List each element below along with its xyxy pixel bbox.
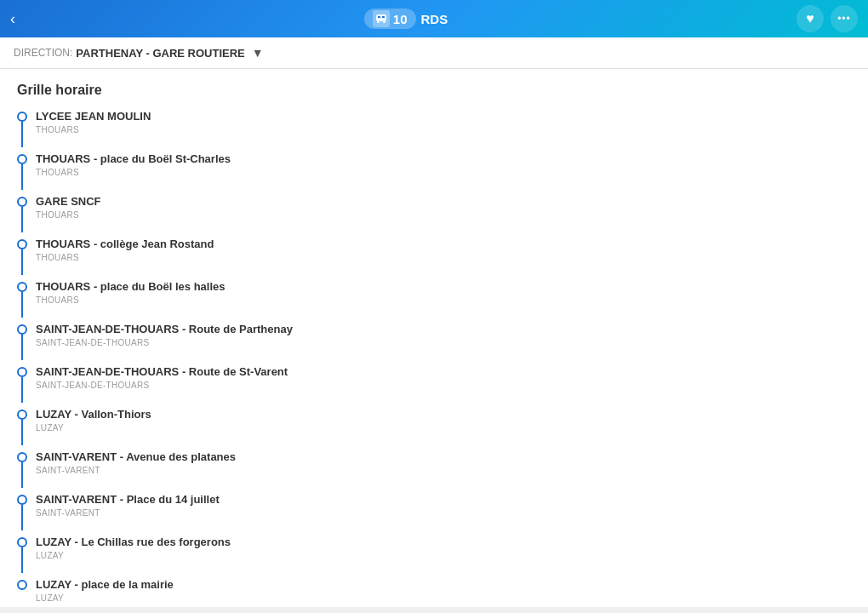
stop-indicator <box>17 580 27 590</box>
stop-city: SAINT-JEAN-DE-THOUARS <box>36 338 851 347</box>
stop-city: THOUARS <box>36 168 851 177</box>
svg-rect-1 <box>377 21 380 23</box>
stop-indicator <box>17 197 27 232</box>
stop-circle <box>17 154 27 164</box>
stop-connector-line <box>21 462 23 488</box>
app-header: ‹ 10 RDS ♥ ••• <box>0 0 868 37</box>
stop-item[interactable]: SAINT-JEAN-DE-THOUARS - Route de Parthen… <box>17 323 851 360</box>
stop-item[interactable]: LUZAY - Vallon-ThiorsLUZAY <box>17 408 851 445</box>
stop-info: LYCEE JEAN MOULINTHOUARS <box>36 110 851 143</box>
stop-indicator <box>17 154 27 190</box>
stop-info: SAINT-JEAN-DE-THOUARS - Route de Parthen… <box>36 323 851 356</box>
direction-dropdown-button[interactable]: ▼ <box>252 46 264 60</box>
stop-name: SAINT-VARENT - Place du 14 juillet <box>36 493 851 507</box>
stop-name: SAINT-JEAN-DE-THOUARS - Route de St-Vare… <box>36 365 851 380</box>
stop-name: SAINT-JEAN-DE-THOUARS - Route de Parthen… <box>36 323 851 337</box>
stop-indicator <box>17 537 27 573</box>
stop-list: LYCEE JEAN MOULINTHOUARSTHOUARS - place … <box>17 110 851 607</box>
stop-circle <box>17 282 27 292</box>
stop-indicator <box>17 452 27 488</box>
stop-circle <box>17 452 27 462</box>
header-left: ‹ <box>10 10 15 28</box>
stop-name: LUZAY - Le Chillas rue des forgerons <box>36 536 851 550</box>
stop-connector-line <box>21 292 23 318</box>
stop-info: SAINT-JEAN-DE-THOUARS - Route de St-Vare… <box>36 365 851 398</box>
header-right: ♥ ••• <box>797 5 858 32</box>
stop-circle <box>17 537 27 547</box>
svg-rect-4 <box>382 16 385 18</box>
direction-label: Direction: <box>14 47 72 59</box>
stop-indicator <box>17 282 27 318</box>
stop-indicator <box>17 324 27 360</box>
stop-connector-line <box>21 249 23 275</box>
stop-item[interactable]: LUZAY - Le Chillas rue des forgeronsLUZA… <box>17 536 851 573</box>
stop-name: THOUARS - place du Boël les halles <box>36 280 851 295</box>
stop-name: LUZAY - place de la mairie <box>36 578 851 593</box>
stop-info: LUZAY - Le Chillas rue des forgeronsLUZA… <box>36 536 851 569</box>
stop-item[interactable]: SAINT-JEAN-DE-THOUARS - Route de St-Vare… <box>17 365 851 403</box>
favorite-button[interactable]: ♥ <box>797 5 824 32</box>
svg-rect-0 <box>376 14 386 21</box>
stop-item[interactable]: THOUARS - place du Boël St-CharlesTHOUAR… <box>17 152 851 190</box>
stop-connector-line <box>21 207 23 232</box>
stop-info: LUZAY - place de la mairieLUZAY <box>36 578 851 607</box>
stop-connector-line <box>21 547 23 573</box>
stop-circle <box>17 495 27 505</box>
stop-city: THOUARS <box>36 210 851 220</box>
stop-city: THOUARS <box>36 125 851 135</box>
stop-connector-line <box>21 122 23 147</box>
stop-city: LUZAY <box>36 551 851 560</box>
stop-city: THOUARS <box>36 295 851 305</box>
stop-indicator <box>17 112 27 147</box>
header-center: 10 RDS <box>364 9 448 29</box>
stop-name: THOUARS - collège Jean Rostand <box>36 238 851 252</box>
stop-item[interactable]: THOUARS - place du Boël les hallesTHOUAR… <box>17 280 851 318</box>
stop-info: THOUARS - place du Boël les hallesTHOUAR… <box>36 280 851 313</box>
stop-name: LYCEE JEAN MOULIN <box>36 110 851 124</box>
stop-indicator <box>17 367 27 403</box>
stop-city: SAINT-VARENT <box>36 508 851 518</box>
stop-connector-line <box>21 420 23 445</box>
stop-connector-line <box>21 164 23 190</box>
stop-city: SAINT-VARENT <box>36 466 851 475</box>
stop-circle <box>17 239 27 249</box>
stop-item[interactable]: GARE SNCFTHOUARS <box>17 195 851 232</box>
route-badge: 10 <box>364 9 416 29</box>
stop-name: GARE SNCF <box>36 195 851 209</box>
stop-name: THOUARS - place du Boël St-Charles <box>36 152 851 167</box>
route-number: 10 <box>393 12 408 26</box>
bus-icon <box>373 10 390 27</box>
stop-info: THOUARS - collège Jean RostandTHOUARS <box>36 238 851 271</box>
stop-indicator <box>17 410 27 445</box>
stop-name: LUZAY - Vallon-Thiors <box>36 408 851 422</box>
main-content: Grille horaire LYCEE JEAN MOULINTHOUARST… <box>0 69 868 607</box>
svg-rect-3 <box>378 16 380 18</box>
stop-item[interactable]: THOUARS - collège Jean RostandTHOUARS <box>17 238 851 275</box>
section-title: Grille horaire <box>17 83 851 98</box>
stop-info: SAINT-VARENT - Place du 14 juilletSAINT-… <box>36 493 851 526</box>
stop-circle <box>17 197 27 207</box>
direction-value: PARTHENAY - GARE ROUTIERE <box>76 47 244 60</box>
route-name: RDS <box>421 12 448 26</box>
back-button[interactable]: ‹ <box>10 10 15 28</box>
stop-info: THOUARS - place du Boël St-CharlesTHOUAR… <box>36 152 851 186</box>
stop-info: LUZAY - Vallon-ThiorsLUZAY <box>36 408 851 441</box>
stop-name: SAINT-VARENT - Avenue des platanes <box>36 450 851 465</box>
stop-connector-line <box>21 377 23 403</box>
stop-item[interactable]: LUZAY - place de la mairieLUZAY <box>17 578 851 607</box>
svg-rect-2 <box>383 21 385 23</box>
stop-item[interactable]: SAINT-VARENT - Place du 14 juilletSAINT-… <box>17 493 851 530</box>
stop-indicator <box>17 495 27 530</box>
stop-circle <box>17 410 27 420</box>
stop-city: LUZAY <box>36 593 851 603</box>
more-options-button[interactable]: ••• <box>831 5 858 32</box>
stop-city: THOUARS <box>36 253 851 262</box>
stop-info: SAINT-VARENT - Avenue des platanesSAINT-… <box>36 450 851 484</box>
stop-item[interactable]: SAINT-VARENT - Avenue des platanesSAINT-… <box>17 450 851 488</box>
stop-city: LUZAY <box>36 423 851 433</box>
stop-circle <box>17 324 27 335</box>
stop-info: GARE SNCFTHOUARS <box>36 195 851 228</box>
stop-indicator <box>17 239 27 275</box>
stop-item[interactable]: LYCEE JEAN MOULINTHOUARS <box>17 110 851 147</box>
stop-connector-line <box>21 335 23 360</box>
